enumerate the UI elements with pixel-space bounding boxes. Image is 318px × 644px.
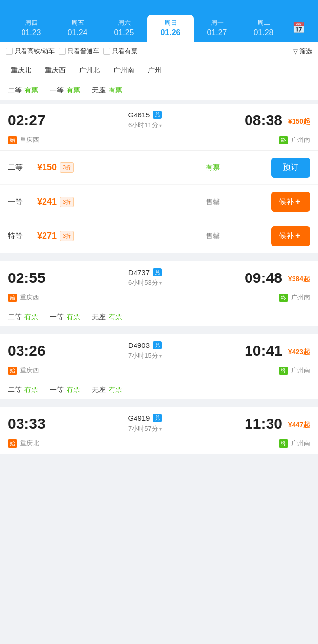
class-status: 售罄 xyxy=(154,198,271,207)
train-card: 02:27 G4615 兑 6小时11分 ▾ 08:38 ¥150起 始 重庆西 xyxy=(0,104,318,253)
train-price: ¥150起 xyxy=(288,114,310,127)
exchange-badge: 兑 xyxy=(153,111,162,119)
train-card: 03:33 G4919 兑 7小时57分 ▾ 11:30 ¥447起 始 重庆北 xyxy=(0,407,318,454)
train-number: D4903 xyxy=(128,341,150,349)
end-badge: 终 xyxy=(279,136,288,144)
discount-badge: 3折 xyxy=(60,197,74,207)
date-tab[interactable]: 周五01.24 xyxy=(54,15,101,42)
app-container: 周四01.23周五01.24周六01.25周日01.26周一01.27周二01.… xyxy=(0,0,318,461)
date-tab[interactable]: 周六01.25 xyxy=(101,15,147,42)
from-station: 始 重庆西 xyxy=(8,293,39,302)
filter-item[interactable]: 只看高铁/动车 xyxy=(6,47,55,56)
class-price-area: ¥271 3折 xyxy=(37,231,154,241)
date-tab[interactable]: 周二01.28 xyxy=(240,15,287,42)
train-number: G4919 xyxy=(128,414,150,422)
waitlist-button[interactable]: 候补+ xyxy=(271,192,310,212)
to-station-name: 广州南 xyxy=(291,439,310,448)
ticket-class-row: 二等 ¥150 3折 有票 预订 xyxy=(0,151,318,185)
station-tab[interactable]: 重庆西 xyxy=(38,61,72,81)
card-separator xyxy=(0,257,318,261)
train-card: 02:55 D4737 兑 6小时53分 ▾ 09:48 ¥384起 始 重庆西 xyxy=(0,261,318,326)
chevron-down-icon: ▾ xyxy=(159,280,162,286)
train-duration: 6小时53分 ▾ xyxy=(52,278,238,287)
train-duration: 7小时15分 ▾ xyxy=(52,351,238,360)
chevron-down-icon: ▾ xyxy=(159,123,162,128)
card-separator xyxy=(0,458,318,461)
start-badge: 始 xyxy=(8,294,17,302)
train-main[interactable]: 02:55 D4737 兑 6小时53分 ▾ 09:48 ¥384起 xyxy=(0,261,318,293)
from-station-name: 重庆西 xyxy=(20,293,39,302)
arrive-time: 11:30 xyxy=(238,415,282,432)
station-tab[interactable]: 广州南 xyxy=(107,61,141,81)
discount-badge: 3折 xyxy=(60,162,74,173)
filter-checkbox[interactable] xyxy=(59,48,66,55)
class-price: ¥150 xyxy=(37,162,57,173)
chevron-down-icon: ▾ xyxy=(159,426,162,432)
book-button[interactable]: 预订 xyxy=(271,158,310,178)
from-station: 始 重庆西 xyxy=(8,366,39,375)
card-separator xyxy=(0,403,318,407)
plus-icon: + xyxy=(295,197,301,207)
card-separator xyxy=(0,330,318,334)
filter-checkbox[interactable] xyxy=(103,48,110,55)
station-tab[interactable]: 广州北 xyxy=(72,61,107,81)
chevron-down-icon: ▾ xyxy=(159,353,162,359)
filter-bar: 只看高铁/动车只看普通车只看有票▽筛选 xyxy=(0,42,318,61)
summary-item: 二等 有票 xyxy=(8,86,38,95)
exchange-badge: 兑 xyxy=(153,268,162,276)
to-station: 终 广州南 xyxy=(279,293,310,302)
station-row: 始 重庆西 终 广州南 xyxy=(0,366,318,381)
filter-item[interactable]: 只看普通车 xyxy=(59,47,99,56)
end-badge: 终 xyxy=(279,367,288,375)
class-name: 一等 xyxy=(8,197,37,207)
header: 周四01.23周五01.24周六01.25周日01.26周一01.27周二01.… xyxy=(0,0,318,42)
arrive-time: 10:41 xyxy=(238,343,282,359)
summary-item: 无座 有票 xyxy=(92,386,122,394)
train-number: G4615 xyxy=(128,111,150,119)
summary-item: 二等 有票 xyxy=(8,386,38,394)
depart-time: 03:26 xyxy=(8,343,52,359)
plus-icon: + xyxy=(295,231,301,241)
start-badge: 始 xyxy=(8,367,17,375)
class-price-area: ¥150 3折 xyxy=(37,162,154,173)
station-row: 始 重庆西 终 广州南 xyxy=(0,136,318,150)
from-station: 始 重庆西 xyxy=(8,136,39,144)
filter-button[interactable]: ▽筛选 xyxy=(293,47,312,56)
class-status: 售罄 xyxy=(154,232,271,241)
from-station: 始 重庆北 xyxy=(8,439,39,448)
more-button[interactable] xyxy=(302,6,310,10)
class-price: ¥271 xyxy=(37,231,57,241)
station-tabs: 重庆北重庆西广州北广州南广州 xyxy=(0,61,318,81)
filter-checkbox[interactable] xyxy=(6,48,13,55)
date-tab[interactable]: 周四01.23 xyxy=(8,15,54,42)
date-tab[interactable]: 周一01.27 xyxy=(194,15,240,42)
depart-time: 02:27 xyxy=(8,112,52,129)
waitlist-button[interactable]: 候补+ xyxy=(271,226,310,246)
exchange-badge: 兑 xyxy=(153,341,162,349)
train-price: ¥447起 xyxy=(288,417,310,430)
date-tab[interactable]: 周日01.26 xyxy=(147,15,194,42)
back-button[interactable] xyxy=(8,6,16,10)
train-middle: G4919 兑 7小时57分 ▾ xyxy=(52,414,238,433)
station-row: 始 重庆北 终 广州南 xyxy=(0,439,318,454)
station-tab[interactable]: 重庆北 xyxy=(4,61,38,81)
class-price: ¥241 xyxy=(37,197,57,207)
date-tabs: 周四01.23周五01.24周六01.25周日01.26周一01.27周二01.… xyxy=(8,15,310,42)
train-summary-row: 二等 有票 一等 有票 无座 有票 xyxy=(0,308,318,326)
summary-item: 二等 有票 xyxy=(8,313,38,322)
discount-badge: 3折 xyxy=(60,231,74,241)
train-main[interactable]: 03:26 D4903 兑 7小时15分 ▾ 10:41 ¥423起 xyxy=(0,334,318,366)
station-tab[interactable]: 广州 xyxy=(141,61,168,81)
filter-item[interactable]: 只看有票 xyxy=(103,47,137,56)
calendar-tab[interactable]: 📅 xyxy=(287,18,310,39)
from-station-name: 重庆西 xyxy=(20,136,39,144)
train-main[interactable]: 03:33 G4919 兑 7小时57分 ▾ 11:30 ¥447起 xyxy=(0,407,318,439)
summary-row-top: 二等 有票一等 有票无座 有票 xyxy=(0,81,318,104)
from-station-name: 重庆西 xyxy=(20,366,39,375)
class-name: 二等 xyxy=(8,163,37,172)
train-main[interactable]: 02:27 G4615 兑 6小时11分 ▾ 08:38 ¥150起 xyxy=(0,104,318,136)
train-duration: 6小时11分 ▾ xyxy=(52,121,238,130)
ticket-class-row: 特等 ¥271 3折 售罄 候补+ xyxy=(0,219,318,253)
summary-item: 一等 有票 xyxy=(50,386,80,394)
class-status: 有票 xyxy=(154,163,271,172)
